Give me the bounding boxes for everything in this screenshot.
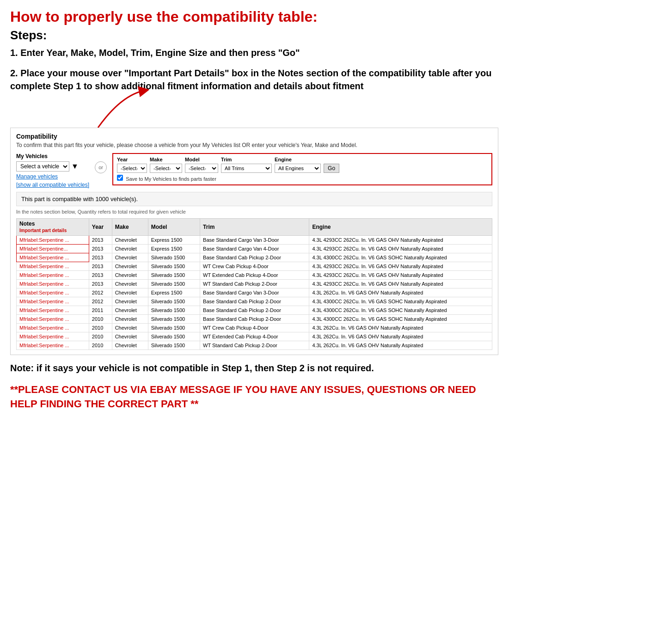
trim-cell: WT Extended Cab Pickup 4-Door: [200, 332, 309, 341]
table-row: Mfrlabel:Serpentine ...2010ChevroletSilv…: [17, 341, 492, 350]
table-body: Mfrlabel:Serpentine ...2013ChevroletExpr…: [17, 236, 492, 350]
col-year: Year: [89, 219, 112, 236]
my-vehicles-section: My Vehicles Select a vehicle ▼ Manage ve…: [16, 153, 89, 188]
engine-cell: 4.3L 4293CC 262Cu. In. V6 GAS OHV Natura…: [309, 245, 492, 253]
engine-cell: 4.3L 262Cu. In. V6 GAS OHV Naturally Asp…: [309, 341, 492, 350]
model-cell: Silverado 1500: [148, 341, 200, 350]
model-cell: Silverado 1500: [148, 306, 200, 315]
year-cell: 2013: [89, 262, 112, 271]
engine-cell: 4.3L 4293CC 262Cu. In. V6 GAS OHV Natura…: [309, 280, 492, 288]
table-row: Mfrlabel:Serpentine ...2010ChevroletSilv…: [17, 332, 492, 341]
trim-cell: Base Standard Cab Pickup 2-Door: [200, 297, 309, 306]
trim-cell: WT Crew Cab Pickup 4-Door: [200, 262, 309, 271]
notes-cell: Mfrlabel:Serpentine ...: [17, 280, 89, 288]
engine-cell: 4.3L 4300CC 262Cu. In. V6 GAS SOHC Natur…: [309, 297, 492, 306]
select-vehicle-dropdown[interactable]: Select a vehicle: [16, 161, 69, 172]
trim-select[interactable]: All Trims: [221, 164, 272, 173]
trim-label: Trim: [221, 157, 272, 162]
model-cell: Silverado 1500: [148, 280, 200, 288]
note-text: Note: if it says your vehicle is not com…: [10, 362, 498, 374]
model-cell: Silverado 1500: [148, 332, 200, 341]
compat-subtitle: To confirm that this part fits your vehi…: [16, 142, 492, 148]
trim-cell: Base Standard Cab Pickup 2-Door: [200, 315, 309, 324]
engine-cell: 4.3L 4300CC 262Cu. In. V6 GAS SOHC Natur…: [309, 306, 492, 315]
make-cell: Chevrolet: [112, 245, 148, 253]
table-row: Mfrlabel:Serpentine ...2012ChevroletExpr…: [17, 288, 492, 297]
trim-cell: WT Standard Cab Pickup 2-Door: [200, 341, 309, 350]
model-cell: Express 1500: [148, 245, 200, 253]
col-trim: Trim: [200, 219, 309, 236]
table-row: Mfrlabel:Serpentine...2013ChevroletExpre…: [17, 245, 492, 253]
notes-cell: Mfrlabel:Serpentine ...: [17, 341, 89, 350]
year-select[interactable]: -Select-: [117, 164, 147, 173]
trim-cell: WT Crew Cab Pickup 4-Door: [200, 324, 309, 332]
engine-cell: 4.3L 262Cu. In. V6 GAS OHV Naturally Asp…: [309, 332, 492, 341]
col-model: Model: [148, 219, 200, 236]
model-cell: Silverado 1500: [148, 297, 200, 306]
engine-cell: 4.3L 4293CC 262Cu. In. V6 GAS OHV Natura…: [309, 236, 492, 245]
year-label: Year: [117, 157, 147, 162]
quantity-note: In the notes section below, Quantity ref…: [16, 209, 492, 215]
model-cell: Silverado 1500: [148, 271, 200, 280]
make-cell: Chevrolet: [112, 315, 148, 324]
arrow-icon: [93, 86, 149, 132]
col-make: Make: [112, 219, 148, 236]
main-title: How to properly use the compatibility ta…: [10, 8, 498, 25]
engine-select[interactable]: All Engines: [275, 164, 321, 173]
notes-cell: Mfrlabel:Serpentine ...: [17, 306, 89, 315]
table-row: Mfrlabel:Serpentine ...2013ChevroletSilv…: [17, 271, 492, 280]
make-label: Make: [150, 157, 182, 162]
manage-vehicles-link[interactable]: Manage vehicles: [16, 173, 89, 180]
year-cell: 2010: [89, 332, 112, 341]
save-label: Save to My Vehicles to finds parts faste…: [126, 176, 216, 182]
or-divider: or: [95, 161, 107, 173]
make-cell: Chevrolet: [112, 341, 148, 350]
steps-heading: Steps:: [10, 28, 498, 43]
engine-cell: 4.3L 4300CC 262Cu. In. V6 GAS SOHC Natur…: [309, 253, 492, 262]
trim-cell: Base Standard Cab Pickup 2-Door: [200, 306, 309, 315]
save-checkbox[interactable]: [117, 175, 123, 181]
notes-cell: Mfrlabel:Serpentine ...: [17, 288, 89, 297]
compat-controls-row: My Vehicles Select a vehicle ▼ Manage ve…: [16, 153, 492, 188]
step1-text: 1. Enter Year, Make, Model, Trim, Engine…: [10, 46, 498, 59]
make-cell: Chevrolet: [112, 271, 148, 280]
make-select[interactable]: -Select-: [150, 164, 182, 173]
year-cell: 2012: [89, 288, 112, 297]
trim-cell: Base Standard Cargo Van 4-Door: [200, 245, 309, 253]
model-cell: Express 1500: [148, 288, 200, 297]
show-all-link[interactable]: [show all compatible vehicles]: [16, 182, 89, 188]
save-row: Save to My Vehicles to finds parts faste…: [117, 175, 488, 182]
model-cell: Silverado 1500: [148, 324, 200, 332]
table-row: Mfrlabel:Serpentine ...2012ChevroletSilv…: [17, 297, 492, 306]
year-cell: 2010: [89, 341, 112, 350]
compatible-notice: This part is compatible with 1000 vehicl…: [16, 192, 492, 206]
select-vehicle-row: Select a vehicle ▼: [16, 161, 89, 172]
model-select[interactable]: -Select-: [185, 164, 218, 173]
table-row: Mfrlabel:Serpentine ...2010ChevroletSilv…: [17, 315, 492, 324]
ymm-labels-row: Year Make Model Trim Engine: [117, 157, 488, 162]
year-cell: 2010: [89, 315, 112, 324]
model-cell: Silverado 1500: [148, 315, 200, 324]
year-cell: 2013: [89, 280, 112, 288]
trim-cell: Base Standard Cab Pickup 2-Door: [200, 253, 309, 262]
step2-text: 2. Place your mouse over "Important Part…: [10, 67, 498, 92]
make-cell: Chevrolet: [112, 297, 148, 306]
year-cell: 2013: [89, 245, 112, 253]
year-cell: 2011: [89, 306, 112, 315]
compatibility-table: Notes Important part details Year Make M…: [16, 218, 492, 350]
model-cell: Silverado 1500: [148, 262, 200, 271]
make-cell: Chevrolet: [112, 280, 148, 288]
year-cell: 2012: [89, 297, 112, 306]
year-cell: 2013: [89, 236, 112, 245]
table-row: Mfrlabel:Serpentine ...2013ChevroletSilv…: [17, 253, 492, 262]
ymm-section: Year Make Model Trim Engine -Select- -Se…: [112, 153, 492, 185]
notes-cell: Mfrlabel:Serpentine ...: [17, 262, 89, 271]
make-cell: Chevrolet: [112, 332, 148, 341]
go-button[interactable]: Go: [324, 164, 339, 173]
trim-cell: WT Standard Cab Pickup 2-Door: [200, 280, 309, 288]
engine-cell: 4.3L 262Cu. In. V6 GAS OHV Naturally Asp…: [309, 324, 492, 332]
engine-cell: 4.3L 4300CC 262Cu. In. V6 GAS SOHC Natur…: [309, 315, 492, 324]
make-cell: Chevrolet: [112, 236, 148, 245]
contact-text: **PLEASE CONTACT US VIA EBAY MESSAGE IF …: [10, 383, 498, 411]
engine-label: Engine: [275, 157, 321, 162]
